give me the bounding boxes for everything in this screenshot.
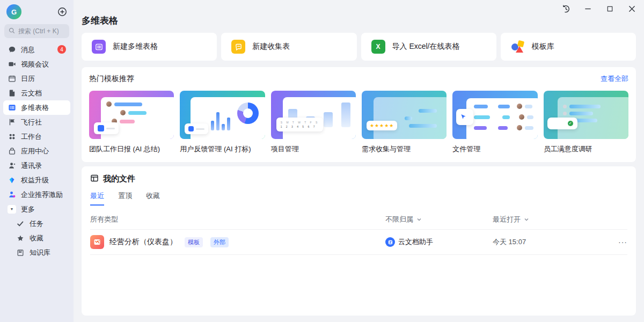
sidebar-item-favorites[interactable]: 收藏 — [3, 231, 70, 245]
sidebar-item-video-meeting[interactable]: 视频会议 — [3, 57, 70, 71]
template-library-button[interactable]: 模板库 — [501, 33, 636, 61]
docs-assistant-avatar — [385, 237, 395, 247]
row-more-button[interactable]: ··· — [618, 238, 627, 246]
calendar-icon — [8, 75, 16, 83]
sidebar-item-upgrade[interactable]: 权益升级 — [3, 173, 70, 187]
sidebar-item-tasks[interactable]: 任务 — [3, 216, 70, 231]
upgrade-gem-icon — [8, 176, 16, 185]
filter-type[interactable]: 所有类型 — [90, 215, 118, 224]
sidebar: G 搜索 (Ctrl + K) 消息 4 — [0, 0, 74, 322]
sidebar-item-docs[interactable]: 云文档 — [3, 86, 70, 100]
sidebar-item-referral[interactable]: 企业推荐激励 — [3, 187, 70, 202]
template-card-project[interactable]: S M T W T F S 1 2 3 4 5 6 7 项目管理 — [271, 91, 356, 154]
stars-rating: ★★★★★ — [367, 121, 397, 130]
chevron-down-icon — [416, 216, 422, 224]
main-content: 多维表格 新建多维表格 新建收集表 X — [74, 0, 644, 322]
calendar-days: S M T W T F S — [281, 120, 319, 125]
referral-person-icon — [8, 191, 16, 199]
hot-templates-panel: 热门模板推荐 查看全部 团队工作日报 (AI 总结) — [82, 67, 636, 162]
close-icon[interactable] — [627, 4, 636, 13]
docs-icon — [8, 89, 16, 98]
sidebar-item-more[interactable]: ▼ 更多 — [3, 202, 70, 216]
template-thumbnail: S M T W T F S 1 2 3 4 5 6 7 — [271, 91, 356, 139]
dashboard-file-icon — [90, 235, 104, 249]
unread-badge: 4 — [57, 45, 66, 54]
sidebar-item-bitable[interactable]: 多维表格 — [3, 100, 70, 115]
minimize-icon[interactable] — [583, 4, 592, 13]
template-card-file-management[interactable]: 文件管理 — [452, 91, 537, 154]
bitable-icon — [8, 104, 16, 112]
new-bitable-icon — [92, 40, 106, 54]
external-badge: 外部 — [210, 237, 229, 247]
template-card-feedback[interactable]: 用户反馈管理 (AI 打标) — [180, 91, 265, 154]
contacts-icon — [8, 162, 16, 170]
action-label: 新建多维表格 — [113, 42, 158, 52]
template-thumbnail: ★★★★★ — [362, 91, 447, 139]
sidebar-item-label: 多维表格 — [21, 103, 49, 113]
template-thumbnail: ✓ — [544, 91, 628, 139]
sidebar-item-label: 应用中心 — [21, 147, 49, 156]
excel-icon: X — [371, 40, 385, 54]
action-cards: 新建多维表格 新建收集表 X 导入 Excel/在线表格 — [82, 33, 636, 61]
sidebar-item-contacts[interactable]: 通讯录 — [3, 158, 70, 173]
sidebar-item-label: 更多 — [21, 204, 35, 214]
window-controls — [561, 4, 636, 13]
plus-circle-icon[interactable] — [57, 7, 67, 17]
file-row[interactable]: 经营分析（仪表盘） 模板 外部 云文档助手 今天 15:07 — [90, 230, 627, 255]
template-card-daily-report[interactable]: 团队工作日报 (AI 总结) — [89, 91, 174, 154]
last-opened-time: 今天 15:07 — [493, 237, 526, 247]
app-window: G 搜索 (Ctrl + K) 消息 4 — [0, 0, 644, 322]
sidebar-item-label: 通讯录 — [21, 161, 42, 171]
template-card-requirements[interactable]: ★★★★★ 需求收集与管理 — [362, 91, 447, 154]
sidebar-item-label: 知识库 — [30, 248, 50, 258]
template-label: 文件管理 — [452, 144, 537, 154]
chevron-down-icon: ▼ — [8, 205, 16, 214]
sidebar-item-app-center[interactable]: 应用中心 — [3, 144, 70, 158]
app-center-bag-icon — [8, 147, 16, 156]
files-filter-row: 所有类型 不限归属 最近打开 — [90, 210, 627, 230]
search-icon — [9, 27, 15, 35]
maximize-icon[interactable] — [605, 4, 614, 13]
template-label: 项目管理 — [271, 144, 356, 154]
action-label: 模板库 — [532, 42, 554, 52]
wiki-book-icon — [16, 248, 25, 257]
template-thumbnail — [452, 91, 537, 139]
tab-favorites[interactable]: 收藏 — [146, 191, 160, 206]
tab-recent[interactable]: 最近 — [90, 191, 104, 206]
templates-title: 热门模板推荐 — [89, 74, 134, 84]
sidebar-item-wiki[interactable]: 知识库 — [3, 245, 70, 260]
cursor-icon — [460, 112, 466, 122]
import-excel-button[interactable]: X 导入 Excel/在线表格 — [361, 33, 496, 61]
chevron-down-icon — [524, 216, 529, 224]
sidebar-item-label: 企业推荐激励 — [21, 190, 63, 200]
sidebar-item-label: 云文档 — [21, 89, 42, 98]
workbench-icon — [8, 133, 16, 141]
sidebar-item-label: 日历 — [21, 74, 35, 84]
filter-sort[interactable]: 最近打开 — [493, 215, 608, 224]
calendar-dates: 1 2 3 4 5 6 7 — [281, 125, 319, 129]
action-label: 新建收集表 — [252, 42, 290, 52]
template-label: 需求收集与管理 — [362, 144, 447, 154]
sidebar-item-community[interactable]: 飞行社 — [3, 115, 70, 129]
sidebar-item-calendar[interactable]: 日历 — [3, 71, 70, 86]
sidebar-item-workbench[interactable]: 工作台 — [3, 129, 70, 144]
sidebar-item-label: 视频会议 — [21, 60, 49, 69]
new-form-button[interactable]: 新建收集表 — [221, 33, 356, 61]
template-label: 用户反馈管理 (AI 打标) — [180, 144, 265, 154]
filter-owner[interactable]: 不限归属 — [385, 215, 493, 224]
file-name: 经营分析（仪表盘） — [109, 237, 177, 247]
my-files-title: 我的文件 — [103, 174, 135, 184]
new-bitable-button[interactable]: 新建多维表格 — [82, 33, 217, 61]
sidebar-item-label: 收藏 — [30, 233, 43, 243]
sidebar-item-messages[interactable]: 消息 4 — [3, 42, 70, 57]
sidebar-item-label: 飞行社 — [21, 118, 42, 127]
view-all-link[interactable]: 查看全部 — [601, 74, 628, 84]
sidebar-nav: 消息 4 视频会议 日历 — [0, 42, 74, 260]
avatar[interactable]: G — [6, 4, 21, 19]
page-title: 多维表格 — [82, 0, 636, 27]
history-icon[interactable] — [561, 4, 570, 13]
my-files-tabs: 最近 置顶 收藏 — [90, 191, 627, 206]
template-card-survey[interactable]: ✓ 员工满意度调研 — [544, 91, 628, 154]
search-input[interactable]: 搜索 (Ctrl + K) — [4, 24, 69, 38]
tab-pinned[interactable]: 置顶 — [118, 191, 132, 206]
